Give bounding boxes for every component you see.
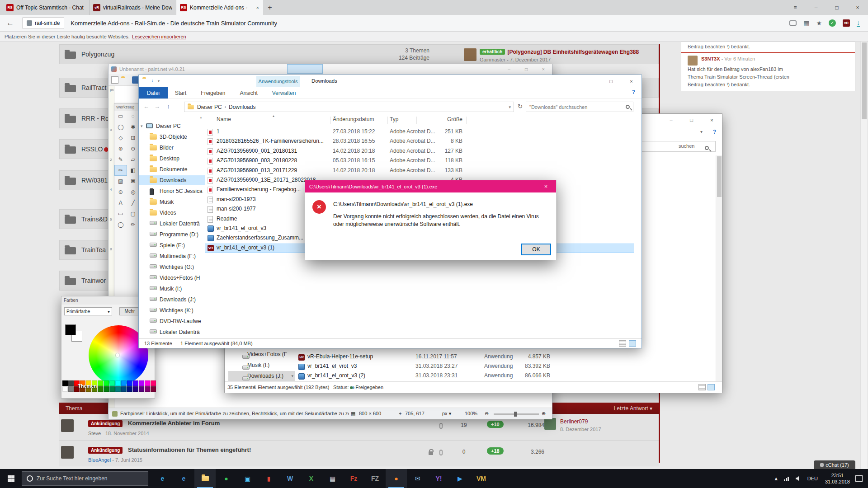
pencil-tool-icon[interactable]: ✎ — [114, 154, 127, 165]
palette-swatch[interactable] — [115, 386, 121, 392]
palette-swatch[interactable] — [109, 386, 115, 392]
import-bookmarks-link[interactable]: Lesezeichen importieren — [132, 34, 186, 39]
palette-swatch[interactable] — [104, 380, 109, 386]
file-name[interactable]: man-sl200-1977 — [217, 206, 256, 212]
nav-item-videos[interactable]: Videos — [139, 208, 205, 218]
move-selected-tool-icon[interactable]: ◇ — [114, 132, 127, 143]
category-name[interactable]: Trainwor — [81, 277, 106, 284]
nav-item-musik-i-[interactable]: Musik (I:) — [139, 284, 205, 294]
file-name[interactable]: vr_br141_el_orot_v3 (2) — [307, 372, 365, 379]
nav-item-honor-5c-jessica[interactable]: Honor 5C Jessica — [139, 186, 205, 196]
url-bar[interactable]: rail-sim.de — [22, 17, 64, 29]
palette-swatch[interactable] — [133, 380, 138, 386]
column-header-2[interactable]: Typ — [390, 116, 398, 122]
page-scrollbar[interactable] — [860, 42, 867, 469]
ribbon-tab-start[interactable]: Start — [168, 87, 193, 99]
rectangle-select-tool-icon[interactable]: ▭ — [114, 111, 127, 122]
star-icon[interactable]: ★ — [816, 19, 822, 27]
clone-stamp-tool-icon[interactable]: ⌘ — [127, 176, 140, 187]
palette-swatch[interactable] — [127, 380, 132, 386]
thread-title[interactable]: Kommerzielle Anbieter im Forum — [128, 420, 220, 427]
palette-swatch[interactable] — [68, 380, 74, 386]
category-name[interactable]: RSSLO — [81, 145, 103, 153]
internet-explorer-icon[interactable]: e — [173, 469, 194, 488]
back-icon[interactable]: ← — [143, 103, 149, 110]
maximize-button[interactable]: □ — [518, 64, 535, 74]
gradient-tool-icon[interactable]: ▨ — [114, 176, 127, 187]
maximize-button[interactable]: □ — [601, 75, 621, 87]
nav-item-videos-fotos-f[interactable]: Videos+Fotos (F — [228, 349, 295, 359]
category-name[interactable]: Trains&D — [81, 216, 108, 223]
nav-item-multimedia-f-[interactable]: Multimedia (F:) — [139, 251, 205, 261]
nav-scroll-up-icon[interactable]: ▲ — [199, 116, 203, 119]
thread-title[interactable]: Statusinformationen für Themen eingeführ… — [128, 446, 251, 453]
color-wheel-marker[interactable] — [116, 353, 119, 357]
browser-tab[interactable]: vRvirtualRailroads - Meine Dow — [90, 0, 176, 15]
minimize-button[interactable]: – — [580, 75, 601, 87]
nav-item-dieser-pc[interactable]: ▾Dieser PC — [139, 121, 205, 131]
primary-color-dropdown[interactable]: Primärfarbe▾ — [64, 307, 112, 315]
nav-item-videos-fotos-h[interactable]: Videos+Fotos (H — [139, 273, 205, 283]
volume-icon[interactable] — [796, 476, 801, 481]
palette-swatch[interactable] — [139, 380, 144, 386]
ribbon-tab-freigeben[interactable]: Freigeben — [193, 87, 232, 99]
nav-item-lokaler-datentr-[interactable]: Lokaler Datenträ — [139, 327, 205, 337]
header-letzte-antwort[interactable]: Letzte Antwort ▾ — [614, 405, 652, 412]
nav-item-downloads-j-[interactable]: Downloads (J:)▾ — [228, 371, 295, 381]
nav-item-downloads[interactable]: Downloads — [139, 175, 205, 185]
explorer2-scrollbar[interactable] — [716, 155, 722, 381]
palette-swatch[interactable] — [121, 380, 127, 386]
thread-row[interactable]: AnkündigungStatusinformationen für Theme… — [59, 441, 659, 466]
nav-item-bilder[interactable]: Bilder — [139, 143, 205, 153]
file-name[interactable]: vr_br141_el_vrot_v3 — [307, 363, 357, 369]
scrollbar-thumb[interactable] — [717, 156, 722, 197]
nav-item-dokumente[interactable]: Dokumente — [139, 164, 205, 174]
ellipse-select-tool-icon[interactable]: ◯ — [114, 122, 127, 132]
file-name[interactable]: vr_br141_el_orot_v3 — [217, 225, 266, 231]
browser-tab[interactable]: RSKommerzielle Add-ons - × — [176, 0, 263, 15]
palette-swatch[interactable] — [151, 380, 156, 386]
file-name[interactable]: Familienversicherung - Fragebog... — [217, 186, 301, 192]
palette-swatch[interactable] — [62, 386, 68, 392]
calculator-icon[interactable]: ▦ — [322, 469, 343, 488]
paint-bucket-tool-icon[interactable]: ◧ — [127, 165, 140, 176]
category-name[interactable]: RRR - Ro — [81, 115, 109, 122]
network-icon[interactable] — [784, 476, 790, 481]
ribbon-tab-datei[interactable]: Datei — [139, 87, 168, 99]
file-name[interactable]: 20180328165526_TK-Familienversicherun... — [217, 138, 324, 144]
nav-item-spiele-e-[interactable]: Spiele (E:) — [139, 240, 205, 250]
details-view-icon[interactable] — [619, 340, 626, 347]
text-tool-icon[interactable]: A — [114, 197, 127, 208]
zoom-slider[interactable] — [494, 413, 539, 415]
primary-color-swatch[interactable] — [65, 324, 76, 335]
ribbon-collapse-icon[interactable]: ▾ — [700, 129, 703, 134]
palette-swatch[interactable] — [62, 380, 68, 386]
nav-item-dvd-rw-laufwe[interactable]: DVD-RW-Laufwe — [139, 316, 205, 326]
line-curve-tool-icon[interactable]: ╱ — [127, 197, 140, 208]
help-icon[interactable]: ? — [632, 89, 635, 95]
explorer1-titlebar[interactable]: ↓ ▾ Anwendungstools Downloads –□× — [139, 75, 642, 87]
collapse-icon[interactable]: ▾ — [291, 371, 293, 381]
nav-item-wichtiges-k-[interactable]: Wichtiges (K:) — [139, 305, 205, 315]
browser-minimize-button[interactable]: – — [806, 0, 826, 15]
zoom-tool-icon[interactable]: ⊕ — [114, 143, 127, 154]
palette-swatch[interactable] — [151, 386, 156, 392]
vr-site-icon[interactable]: vR — [843, 19, 850, 27]
nav-item-musik-i-[interactable]: Musik (I:) — [228, 360, 295, 370]
expand-icon[interactable]: ▾ — [141, 121, 143, 131]
nav-item-downloads-j-[interactable]: Downloads (J:) — [139, 295, 205, 305]
palette-swatch[interactable] — [115, 380, 121, 386]
dialog-close-button[interactable]: × — [536, 180, 556, 192]
palette-swatch[interactable] — [98, 380, 103, 386]
file-name[interactable]: AZG7013956900_003_20180228 — [217, 157, 297, 164]
tray-expand-icon[interactable]: ▲ — [771, 476, 781, 481]
security-shield-icon[interactable]: ✓ — [829, 19, 836, 27]
nav-item-desktop[interactable]: Desktop — [139, 154, 205, 164]
palette-swatch[interactable] — [68, 386, 74, 392]
forward-icon[interactable]: → — [154, 103, 160, 110]
scrollbar-thumb[interactable] — [862, 42, 867, 119]
nav-item-wichtiges-g-[interactable]: Wichtiges (G:) — [139, 262, 205, 272]
column-header-3[interactable]: Größe — [422, 116, 462, 122]
rounded-rectangle-tool-icon[interactable]: ▢ — [127, 208, 140, 219]
nav-item-lokaler-datentr-[interactable]: Lokaler Datenträ — [139, 219, 205, 229]
